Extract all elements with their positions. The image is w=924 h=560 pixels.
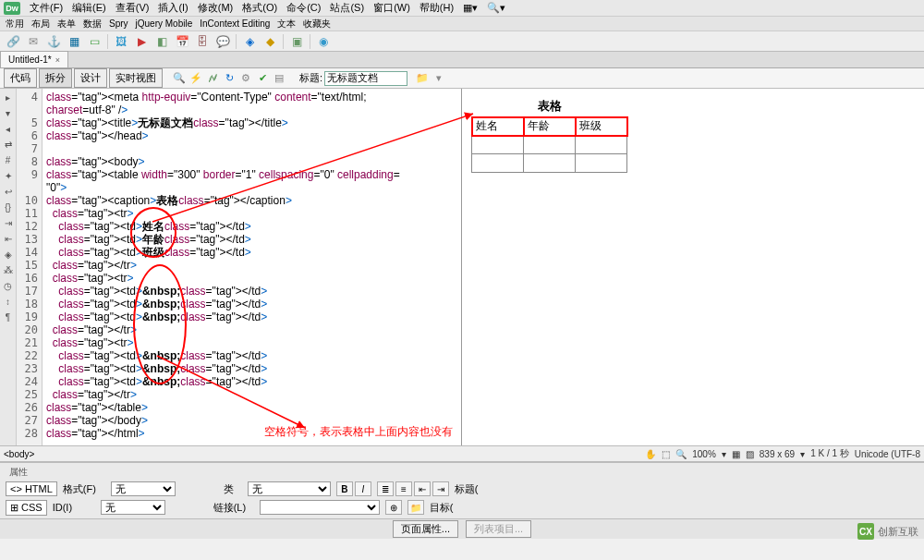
list-items-button[interactable]: 列表项目... <box>466 520 531 538</box>
title-input[interactable] <box>324 71 407 86</box>
highlight-icon[interactable]: ✦ <box>2 169 15 182</box>
cell-empty[interactable] <box>524 154 576 173</box>
subtab-jquery[interactable]: jQuery Mobile <box>136 18 193 29</box>
menu-help[interactable]: 帮助(H) <box>416 0 457 16</box>
id-select[interactable]: 无 <box>101 500 165 515</box>
document-tab[interactable]: Untitled-1* × <box>0 51 68 67</box>
inspect-icon[interactable]: 🔍 <box>172 71 187 86</box>
format-icon[interactable]: ¶ <box>2 310 15 323</box>
collapse-icon[interactable]: ▸ <box>2 91 15 103</box>
line-num-icon[interactable]: # <box>2 153 15 166</box>
table-header-row[interactable]: 姓名 年龄 班级 <box>472 117 627 136</box>
cell-name[interactable]: 姓名 <box>472 117 524 136</box>
design-view[interactable]: 表格 姓名 年龄 班级 <box>462 89 924 445</box>
zoom-tool-icon[interactable]: 🔍 <box>675 449 687 459</box>
check-icon[interactable]: ✔ <box>255 71 270 86</box>
menu-window[interactable]: 窗口(W) <box>370 0 414 16</box>
view-live-button[interactable]: 实时视图 <box>109 68 163 88</box>
subtab-spry[interactable]: Spry <box>109 18 128 29</box>
indent-icon[interactable]: ⇥ <box>2 216 15 229</box>
link-browse-icon[interactable]: 📁 <box>407 500 424 515</box>
tool-head-icon[interactable]: ◈ <box>242 34 257 49</box>
browser-icon[interactable]: ⚙ <box>238 71 253 86</box>
subtab-layout[interactable]: 布局 <box>31 18 50 30</box>
select-parent-icon[interactable]: ◂ <box>2 122 15 135</box>
recent-icon[interactable]: ◷ <box>2 279 15 292</box>
menu-layout-icon[interactable]: ▦▾ <box>459 1 481 15</box>
page-properties-button[interactable]: 页面属性... <box>393 520 458 538</box>
server-icon[interactable]: 🗲 <box>205 71 220 86</box>
tool-date-icon[interactable]: 📅 <box>175 34 189 49</box>
balance-icon[interactable]: ⇄ <box>2 138 15 151</box>
menu-view[interactable]: 查看(V) <box>112 0 153 16</box>
view-design-button[interactable]: 设计 <box>74 68 107 88</box>
menu-format[interactable]: 格式(O) <box>238 0 281 16</box>
link-point-icon[interactable]: ⊕ <box>385 500 402 515</box>
tool-widget-icon[interactable]: ◧ <box>154 34 169 49</box>
cell-age[interactable]: 年龄 <box>524 117 576 136</box>
html-mode-button[interactable]: <> HTML <box>6 481 57 496</box>
table-row[interactable] <box>472 154 627 173</box>
outdent-button[interactable]: ⇤ <box>414 481 431 496</box>
tool-script-icon[interactable]: ◆ <box>262 34 277 49</box>
subtab-forms[interactable]: 表单 <box>57 18 76 30</box>
tool-email-icon[interactable]: ✉ <box>26 34 41 49</box>
tool-templates-icon[interactable]: ▣ <box>289 34 304 49</box>
preview-icon[interactable]: ▾ <box>432 71 446 86</box>
file-mgmt-icon[interactable]: 📁 <box>415 71 430 86</box>
italic-button[interactable]: I <box>355 481 371 496</box>
tool-hyperlink-icon[interactable]: 🔗 <box>6 34 20 49</box>
ol-button[interactable]: ≡ <box>395 481 412 496</box>
select-tool-icon[interactable]: ⬚ <box>662 449 670 459</box>
subtab-fav[interactable]: 收藏夹 <box>303 18 331 30</box>
view-split-button[interactable]: 拆分 <box>39 68 72 88</box>
tool-div-icon[interactable]: ▭ <box>87 34 102 49</box>
cell-empty[interactable] <box>472 136 524 154</box>
view-code-button[interactable]: 代码 <box>4 68 37 88</box>
move-icon[interactable]: ↕ <box>2 295 15 308</box>
comment-code-icon[interactable]: ⁂ <box>2 263 15 276</box>
menu-search-icon[interactable]: 🔍▾ <box>483 1 509 15</box>
tool-server-icon[interactable]: 🗄 <box>195 34 210 49</box>
subtab-incontext[interactable]: InContext Editing <box>200 18 270 29</box>
expand-icon[interactable]: ▾ <box>2 106 15 119</box>
indent-button[interactable]: ⇥ <box>432 481 449 496</box>
tool-image-icon[interactable]: 🖼 <box>114 34 128 49</box>
cell-empty[interactable] <box>576 136 627 154</box>
table-row[interactable] <box>472 136 627 154</box>
cell-empty[interactable] <box>576 154 627 173</box>
tool-media-icon[interactable]: ▶ <box>134 34 149 49</box>
wrap-icon[interactable]: ↩ <box>2 185 15 198</box>
preview-table[interactable]: 表格 姓名 年龄 班级 <box>471 96 627 173</box>
hand-tool-icon[interactable]: ✋ <box>645 449 656 459</box>
menu-file[interactable]: 文件(F) <box>26 0 67 16</box>
options-icon[interactable]: ▤ <box>272 71 286 86</box>
tool-comment-icon[interactable]: 💬 <box>215 34 230 49</box>
code-view[interactable]: class="tag"><meta http-equiv="Content-Ty… <box>43 89 462 445</box>
syntax-icon[interactable]: {} <box>2 201 15 213</box>
snippet-icon[interactable]: ◈ <box>2 248 15 261</box>
ul-button[interactable]: ≣ <box>377 481 394 496</box>
tool-anchor-icon[interactable]: ⚓ <box>46 34 61 49</box>
css-mode-button[interactable]: ⊞ CSS <box>6 500 47 516</box>
menu-site[interactable]: 站点(S) <box>326 0 368 16</box>
cell-empty[interactable] <box>524 136 576 154</box>
cell-class[interactable]: 班级 <box>576 117 627 136</box>
tool-tag-icon[interactable]: ◉ <box>316 34 331 49</box>
subtab-common[interactable]: 常用 <box>6 18 24 30</box>
refresh-icon[interactable]: ↻ <box>222 71 237 86</box>
zoom-dropdown-icon[interactable]: ▾ <box>722 449 726 459</box>
live-code-icon[interactable]: ⚡ <box>188 71 203 86</box>
tab-close-icon[interactable]: × <box>55 55 60 65</box>
subtab-data[interactable]: 数据 <box>83 18 102 30</box>
menu-modify[interactable]: 修改(M) <box>194 0 237 16</box>
tag-path[interactable]: <body> <box>4 449 34 459</box>
link-select[interactable] <box>260 500 380 515</box>
menu-insert[interactable]: 插入(I) <box>154 0 191 16</box>
outdent-icon[interactable]: ⇤ <box>2 232 15 245</box>
window-size[interactable]: 839 x 69 <box>760 449 795 459</box>
cell-empty[interactable] <box>472 154 524 173</box>
tool-table-icon[interactable]: ▦ <box>67 34 81 49</box>
zoom-value[interactable]: 100% <box>692 449 716 459</box>
menu-edit[interactable]: 编辑(E) <box>68 0 110 16</box>
